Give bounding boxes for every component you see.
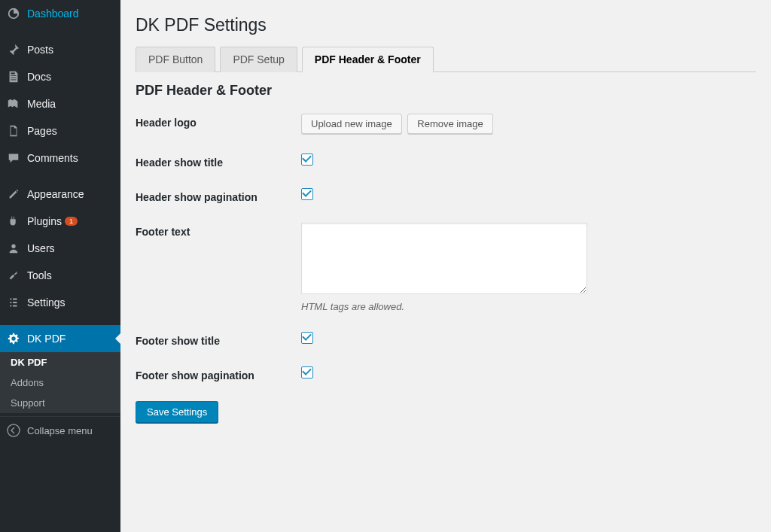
sidebar-item-tools[interactable]: Tools	[0, 262, 120, 289]
tools-icon	[6, 268, 21, 283]
field-row-footer-show-title: Footer show title	[136, 332, 756, 347]
page-icon	[6, 123, 21, 138]
sidebar-item-label: Plugins	[27, 215, 62, 227]
field-row-footer-show-pagination: Footer show pagination	[136, 366, 756, 382]
media-icon	[6, 96, 21, 111]
pin-icon	[6, 42, 21, 57]
collapse-menu-button[interactable]: Collapse menu	[0, 416, 120, 444]
footer-show-pagination-checkbox[interactable]	[301, 366, 313, 378]
collapse-icon	[6, 423, 21, 438]
sidebar-item-dkpdf[interactable]: DK PDF	[0, 325, 120, 352]
upload-image-button[interactable]: Upload new image	[301, 114, 402, 134]
sidebar-item-label: Comments	[27, 152, 78, 164]
sidebar-item-users[interactable]: Users	[0, 235, 120, 262]
svg-point-0	[8, 424, 20, 436]
field-label: Header show pagination	[136, 188, 301, 203]
sidebar-item-docs[interactable]: Docs	[0, 63, 120, 90]
dashboard-icon	[6, 6, 21, 21]
comment-icon	[6, 150, 21, 166]
sidebar-item-label: Media	[27, 98, 56, 110]
field-control	[301, 366, 756, 381]
field-row-header-show-pagination: Header show pagination	[136, 188, 756, 203]
sidebar-item-dashboard[interactable]: Dashboard	[0, 0, 120, 27]
field-label: Footer text	[136, 223, 301, 238]
sidebar-submenu: DK PDF Addons Support	[0, 352, 120, 413]
sidebar-item-label: DK PDF	[27, 333, 66, 345]
field-row-header-show-title: Header show title	[136, 154, 756, 169]
sidebar-item-settings[interactable]: Settings	[0, 289, 120, 316]
footer-show-title-checkbox[interactable]	[301, 332, 313, 344]
sidebar-item-label: Pages	[27, 125, 57, 137]
tab-nav: PDF Button PDF Setup PDF Header & Footer	[136, 47, 756, 72]
tab-pdf-header-footer[interactable]: PDF Header & Footer	[302, 47, 434, 72]
submenu-item-support[interactable]: Support	[0, 393, 120, 413]
field-label: Header logo	[136, 114, 301, 129]
submit-row: Save Settings	[136, 401, 756, 423]
menu-separator	[0, 27, 120, 36]
field-control	[301, 154, 756, 168]
main-content: DK PDF Settings PDF Button PDF Setup PDF…	[120, 0, 771, 532]
section-title: PDF Header & Footer	[136, 83, 756, 99]
field-control: HTML tags are allowed.	[301, 223, 756, 312]
update-badge: 1	[65, 217, 78, 226]
sidebar-item-label: Users	[27, 242, 55, 254]
save-settings-button[interactable]: Save Settings	[136, 401, 218, 423]
sidebar-item-label: Tools	[27, 269, 52, 281]
submenu-item-addons[interactable]: Addons	[0, 372, 120, 393]
footer-text-textarea[interactable]	[301, 223, 587, 294]
sidebar-item-media[interactable]: Media	[0, 90, 120, 117]
sidebar-item-label: Dashboard	[27, 8, 79, 20]
menu-separator	[0, 172, 120, 181]
field-control	[301, 332, 756, 346]
page-title: DK PDF Settings	[136, 15, 756, 35]
admin-sidebar: Dashboard Posts Docs Media Pages Comment…	[0, 0, 120, 532]
sidebar-item-label: Settings	[27, 296, 66, 309]
header-show-title-checkbox[interactable]	[301, 154, 313, 166]
tab-pdf-setup[interactable]: PDF Setup	[220, 47, 297, 72]
submenu-item-dkpdf[interactable]: DK PDF	[0, 352, 120, 372]
sidebar-item-posts[interactable]: Posts	[0, 36, 120, 63]
field-control: Upload new image Remove image	[301, 114, 756, 134]
field-control	[301, 188, 756, 202]
field-label: Footer show pagination	[136, 366, 301, 382]
field-label: Footer show title	[136, 332, 301, 347]
gear-icon	[6, 331, 21, 346]
settings-form: Header logo Upload new image Remove imag…	[136, 114, 756, 423]
sidebar-item-appearance[interactable]: Appearance	[0, 181, 120, 208]
header-show-pagination-checkbox[interactable]	[301, 188, 313, 200]
sidebar-item-comments[interactable]: Comments	[0, 144, 120, 172]
appearance-icon	[6, 187, 21, 202]
collapse-label: Collapse menu	[27, 425, 93, 436]
sidebar-item-plugins[interactable]: Plugins 1	[0, 208, 120, 235]
remove-image-button[interactable]: Remove image	[407, 114, 492, 134]
field-row-header-logo: Header logo Upload new image Remove imag…	[136, 114, 756, 134]
settings-icon	[6, 295, 21, 310]
menu-separator	[0, 316, 120, 325]
sidebar-item-label: Posts	[27, 44, 53, 56]
plugin-icon	[6, 214, 21, 229]
field-row-footer-text: Footer text HTML tags are allowed.	[136, 223, 756, 312]
sidebar-item-label: Appearance	[27, 188, 84, 200]
sidebar-item-label: Docs	[27, 71, 51, 83]
docs-icon	[6, 69, 21, 84]
sidebar-item-pages[interactable]: Pages	[0, 117, 120, 144]
user-icon	[6, 241, 21, 256]
field-description: HTML tags are allowed.	[301, 301, 756, 312]
field-label: Header show title	[136, 154, 301, 169]
tab-pdf-button[interactable]: PDF Button	[136, 47, 215, 72]
